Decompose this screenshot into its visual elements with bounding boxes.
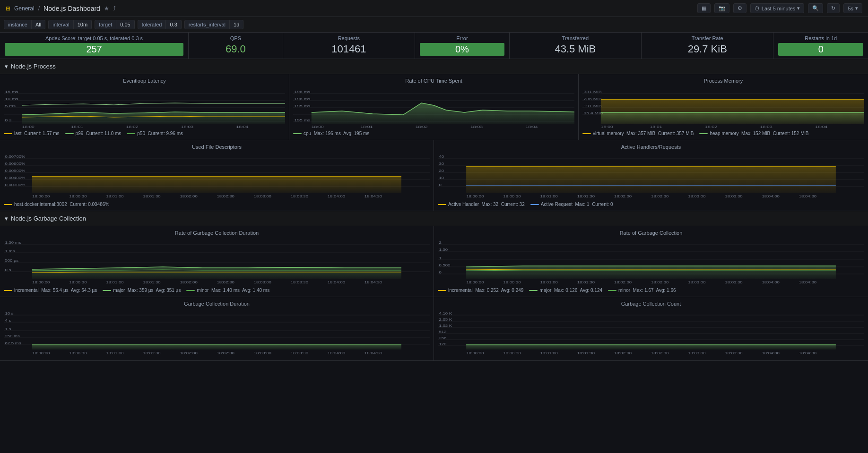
svg-text:0: 0 — [439, 183, 441, 187]
svg-text:18:01: 18:01 — [650, 125, 662, 129]
svg-text:18:02: 18:02 — [126, 125, 139, 129]
file-descriptors-chart: 0.00700% 0.00600% 0.00500% 0.00400% 0.00… — [4, 153, 430, 200]
svg-text:18:04:30: 18:04:30 — [365, 280, 382, 284]
svg-text:18:03:30: 18:03:30 — [291, 351, 308, 355]
gc-count-chart: 4.10 K 2.05 K 1.02 K 512 256 128 18:00:0… — [438, 309, 864, 357]
eventloop-latency-svg: 15 ms 10 ms 5 ms 0 s 18:00 18:01 18:02 1… — [4, 86, 285, 129]
eventloop-latency-legend: last Current: 1.57 ms p99 Current: 11.0 … — [4, 131, 285, 136]
chevron-down-icon-gc: ▾ — [5, 215, 8, 222]
active-handlers-legend: Active Handler Max: 32 Current: 32 Activ… — [438, 202, 864, 207]
svg-text:18:02:00: 18:02:00 — [614, 351, 632, 355]
tolerated-value[interactable]: 0.3 — [166, 20, 181, 29]
settings-button[interactable]: ⚙ — [733, 3, 746, 13]
legend-gc-inc-label: incremental Max: 55.4 µs Avg: 54.3 µs — [14, 288, 97, 293]
breadcrumb-parent[interactable]: General — [14, 5, 35, 12]
svg-text:18:02:30: 18:02:30 — [651, 280, 668, 284]
error-panel: Error 0% — [415, 33, 510, 59]
refresh-button[interactable]: ↻ — [827, 3, 840, 13]
svg-text:196 ms: 196 ms — [295, 90, 311, 94]
nodejs-gc-section-header[interactable]: ▾ Node.js Garbage Collection — [0, 211, 868, 226]
process-charts-row: Eventloop Latency 15 ms 10 ms 5 ms — [0, 74, 868, 140]
svg-text:18:02:30: 18:02:30 — [217, 351, 234, 355]
nodejs-process-section-header[interactable]: ▾ Node.js Process — [0, 59, 868, 74]
svg-text:18:00:00: 18:00:00 — [466, 351, 484, 355]
svg-text:18:00:30: 18:00:30 — [69, 280, 87, 284]
time-range-picker[interactable]: ⏱ Last 5 minutes ▾ — [750, 3, 805, 13]
legend-dot-gc-minor — [186, 290, 195, 291]
svg-text:18:04:00: 18:04:00 — [762, 280, 780, 284]
svg-text:18:04:30: 18:04:30 — [799, 280, 816, 284]
target-value[interactable]: 0.05 — [116, 20, 134, 29]
legend-ar-label: Active Request Max: 1 Current: 0 — [541, 202, 613, 207]
svg-text:18:00:30: 18:00:30 — [503, 194, 521, 198]
svg-text:18:03:30: 18:03:30 — [291, 280, 308, 284]
eventloop-latency-panel: Eventloop Latency 15 ms 10 ms 5 ms — [0, 74, 289, 140]
process-charts-row2: Used File Descriptors 0.00700% 0.00600% … — [0, 140, 868, 211]
legend-active-handler: Active Handler Max: 32 Current: 32 — [438, 202, 525, 207]
instance-label: instance — [4, 20, 32, 29]
svg-text:18:03:00: 18:03:00 — [688, 351, 705, 355]
svg-text:0: 0 — [439, 270, 441, 274]
restarts-interval-label: restarts_interval — [184, 20, 230, 29]
svg-text:18:03:00: 18:03:00 — [688, 194, 705, 198]
svg-text:18:00:00: 18:00:00 — [32, 194, 50, 198]
gc-duration-rate-chart: 1.50 ms 1 ms 500 µs 0 s 18:00:00 18:00:3… — [4, 239, 430, 286]
interval-filter: interval 10m — [48, 20, 92, 29]
svg-text:18:04:30: 18:04:30 — [365, 194, 382, 198]
legend-gcr-major: major Max: 0.126 Avg: 0.124 — [529, 288, 602, 293]
svg-text:18:00:00: 18:00:00 — [32, 280, 50, 284]
eventloop-latency-title: Eventloop Latency — [4, 78, 285, 84]
svg-text:1: 1 — [439, 256, 441, 260]
svg-text:95.4 MiB: 95.4 MiB — [584, 111, 603, 115]
legend-dot-gcr-major — [529, 290, 538, 291]
svg-text:18:00:00: 18:00:00 — [466, 280, 484, 284]
svg-text:5 ms: 5 ms — [5, 104, 16, 108]
svg-text:195 ms: 195 ms — [295, 118, 311, 122]
camera-button[interactable]: 📷 — [714, 3, 729, 13]
svg-text:0 s: 0 s — [5, 118, 12, 122]
star-icon[interactable]: ★ — [104, 5, 109, 12]
restarts-panel: Restarts in 1d 0 — [773, 33, 868, 59]
legend-virtual-label: virtual memory Max: 357 MiB Current: 357… — [593, 131, 694, 136]
transfer-rate-panel: Transfer Rate 29.7 KiB — [642, 33, 773, 59]
gc-count-title: Garbage Collection Count — [438, 301, 864, 307]
svg-text:18:03:30: 18:03:30 — [725, 280, 742, 284]
svg-text:196 ms: 196 ms — [295, 97, 311, 101]
gear-icon: ⚙ — [738, 5, 742, 11]
time-range-label: Last 5 minutes — [762, 6, 796, 11]
apdex-value: 257 — [5, 43, 183, 56]
legend-dot-gc-major — [103, 290, 111, 291]
svg-text:286 MiB: 286 MiB — [584, 97, 602, 101]
svg-text:18:04: 18:04 — [815, 125, 827, 129]
process-memory-legend: virtual memory Max: 357 MiB Current: 357… — [582, 131, 864, 136]
breadcrumb-separator: / — [38, 5, 40, 12]
share-icon[interactable]: ⤴ — [113, 5, 116, 12]
svg-text:18:04:30: 18:04:30 — [799, 351, 816, 355]
svg-text:18:04:00: 18:04:00 — [762, 194, 780, 198]
active-handlers-chart: 40 30 20 10 0 18:00:00 18:00:30 18:01:00… — [438, 153, 864, 200]
instance-value[interactable]: All — [32, 20, 45, 29]
refresh-interval-picker[interactable]: 5s ▾ — [843, 3, 862, 13]
svg-text:18:01:00: 18:01:00 — [106, 351, 123, 355]
process-memory-chart: 381 MiB 286 MiB 191 MiB 95.4 MiB 18:00 1… — [582, 86, 864, 129]
zoom-out-button[interactable]: 🔍 — [808, 3, 823, 13]
svg-text:18:04:00: 18:04:00 — [328, 351, 345, 355]
svg-text:18:03: 18:03 — [760, 125, 773, 129]
grid-icon: ⊞ — [6, 5, 10, 12]
interval-value[interactable]: 10m — [74, 20, 92, 29]
header: ⊞ General / Node.js Dashboard ★ ⤴ ▦ 📷 ⚙ … — [0, 0, 868, 17]
gc-rate-title: Rate of Garbage Collection — [438, 230, 864, 236]
svg-text:500 µs: 500 µs — [5, 258, 19, 263]
bar-chart-button[interactable]: ▦ — [697, 3, 711, 13]
gc-rate-svg: 2 1.50 1 0.500 0 18:00:00 18:00:30 18:01… — [438, 239, 864, 286]
svg-text:18:03:30: 18:03:30 — [725, 194, 742, 198]
svg-text:62.5 ms: 62.5 ms — [5, 341, 21, 345]
svg-text:18:02:00: 18:02:00 — [180, 351, 197, 355]
legend-gc-incremental: incremental Max: 55.4 µs Avg: 54.3 µs — [4, 288, 97, 293]
restarts-interval-value[interactable]: 1d — [230, 20, 243, 29]
legend-virtual-memory: virtual memory Max: 357 MiB Current: 357… — [582, 131, 694, 136]
requests-label: Requests — [288, 35, 410, 41]
error-label: Error — [420, 35, 504, 41]
svg-text:18:03:00: 18:03:00 — [254, 351, 271, 355]
svg-text:18:04:00: 18:04:00 — [328, 194, 345, 198]
